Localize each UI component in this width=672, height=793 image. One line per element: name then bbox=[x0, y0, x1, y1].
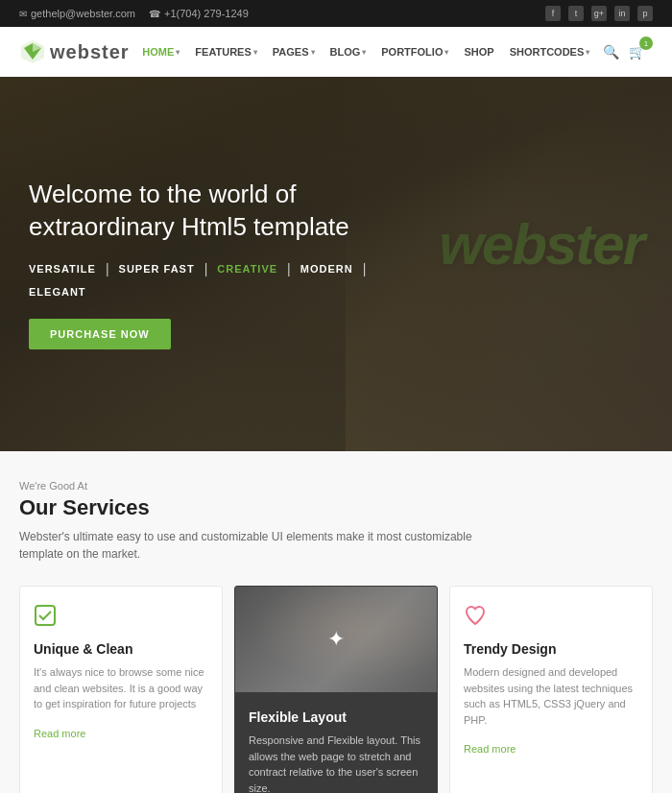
card-1-title: Unique & Clean bbox=[34, 641, 208, 657]
service-card-2: ✦ Flexible Layout Responsive and Flexibl… bbox=[234, 586, 438, 793]
card-1-desc: It's always nice to browse some nice and… bbox=[34, 664, 208, 712]
googleplus-icon[interactable]: g+ bbox=[591, 6, 607, 21]
tagline-creative: CrEaTIVE bbox=[217, 263, 277, 275]
services-section: We're Good At Our Services Webster's ult… bbox=[0, 451, 672, 793]
hero-tagline: VERSATILE | SUPER FAST | CrEaTIVE | MODE… bbox=[29, 261, 394, 298]
cart-badge: 1 bbox=[639, 36, 653, 50]
cart-icon[interactable]: 🛒1 bbox=[629, 44, 653, 60]
plus-icon: ✦ bbox=[327, 627, 345, 652]
card-1-readmore[interactable]: Read more bbox=[34, 728, 85, 739]
logo[interactable]: webster bbox=[19, 38, 130, 65]
services-description: Webster's ultimate easy to use and custo… bbox=[19, 528, 480, 563]
nav-shortcodes[interactable]: SHORTCODES ▾ bbox=[510, 46, 590, 58]
nav-shop[interactable]: SHOP bbox=[464, 46, 493, 58]
services-grid: Unique & Clean It's always nice to brows… bbox=[19, 586, 653, 793]
nav-actions: 🔍 🛒1 bbox=[603, 44, 653, 60]
tagline-elegant: ELEGANT bbox=[29, 286, 86, 298]
features-arrow: ▾ bbox=[253, 48, 257, 57]
service-card-2-inner: Flexible Layout Responsive and Flexible … bbox=[235, 692, 437, 793]
nav-portfolio[interactable]: PORTFOLIO ▾ bbox=[381, 46, 448, 58]
facebook-icon[interactable]: f bbox=[545, 6, 561, 21]
service-card-3: Trendy Design Modern designed and develo… bbox=[449, 586, 653, 793]
hero-title: Welcome to the world of extraordinary Ht… bbox=[29, 179, 394, 244]
nav-blog[interactable]: BLOG ▾ bbox=[330, 46, 367, 58]
card-2-desc: Responsive and Flexible layout. This all… bbox=[249, 733, 423, 793]
service-card-3-inner: Trendy Design Modern designed and develo… bbox=[450, 587, 652, 770]
hero-section: Welcome to the world of extraordinary Ht… bbox=[0, 77, 672, 451]
tagline-modern: MODERN bbox=[300, 263, 353, 275]
phone-icon: ☎ bbox=[149, 9, 160, 19]
blog-arrow: ▾ bbox=[362, 48, 366, 57]
purchase-button[interactable]: PURCHASE NOW bbox=[29, 319, 171, 349]
card-3-title: Trendy Design bbox=[464, 641, 638, 657]
card-3-desc: Modern designed and developed websites u… bbox=[464, 664, 638, 728]
hero-brand: webster bbox=[439, 211, 643, 277]
email-text: gethelp@webster.com bbox=[31, 8, 135, 19]
pages-arrow: ▾ bbox=[311, 48, 315, 57]
card-2-title: Flexible Layout bbox=[249, 709, 423, 725]
twitter-icon[interactable]: t bbox=[568, 6, 584, 21]
email-icon: ✉ bbox=[19, 9, 27, 19]
social-links: f t g+ in p bbox=[545, 6, 653, 21]
svg-rect-3 bbox=[36, 606, 55, 625]
services-title: Our Services bbox=[19, 495, 653, 520]
logo-icon bbox=[19, 38, 46, 65]
featured-image: ✦ bbox=[235, 587, 437, 692]
heart-icon bbox=[464, 604, 638, 632]
tagline-versatile: VERSATILE bbox=[29, 263, 96, 275]
linkedin-icon[interactable]: in bbox=[614, 6, 630, 21]
home-arrow: ▾ bbox=[176, 48, 180, 57]
service-card-1: Unique & Clean It's always nice to brows… bbox=[19, 586, 223, 793]
top-bar-contact: ✉ gethelp@webster.com ☎ +1(704) 279-1249 bbox=[19, 8, 249, 19]
search-icon[interactable]: 🔍 bbox=[603, 44, 619, 60]
logo-text: webster bbox=[50, 41, 130, 63]
nav-home[interactable]: HOME ▾ bbox=[142, 46, 180, 58]
service-card-1-inner: Unique & Clean It's always nice to brows… bbox=[20, 587, 222, 755]
navbar: webster HOME ▾ FEATURES ▾ PAGES ▾ BLOG ▾… bbox=[0, 27, 672, 77]
check-icon bbox=[34, 604, 208, 632]
pinterest-icon[interactable]: p bbox=[637, 6, 653, 21]
top-bar: ✉ gethelp@webster.com ☎ +1(704) 279-1249… bbox=[0, 0, 672, 27]
nav-links: HOME ▾ FEATURES ▾ PAGES ▾ BLOG ▾ PORTFOL… bbox=[142, 46, 589, 58]
tagline-superfast: SUPER FAST bbox=[119, 263, 195, 275]
card-3-readmore[interactable]: Read more bbox=[464, 743, 516, 755]
shortcodes-arrow: ▾ bbox=[586, 48, 589, 57]
phone-text: +1(704) 279-1249 bbox=[164, 8, 249, 19]
hero-content: Welcome to the world of extraordinary Ht… bbox=[29, 179, 394, 349]
nav-pages[interactable]: PAGES ▾ bbox=[273, 46, 315, 58]
email-info: ✉ gethelp@webster.com bbox=[19, 8, 135, 19]
phone-info: ☎ +1(704) 279-1249 bbox=[149, 8, 249, 19]
portfolio-arrow: ▾ bbox=[444, 48, 448, 57]
services-label: We're Good At bbox=[19, 480, 653, 492]
nav-features[interactable]: FEATURES ▾ bbox=[195, 46, 256, 58]
